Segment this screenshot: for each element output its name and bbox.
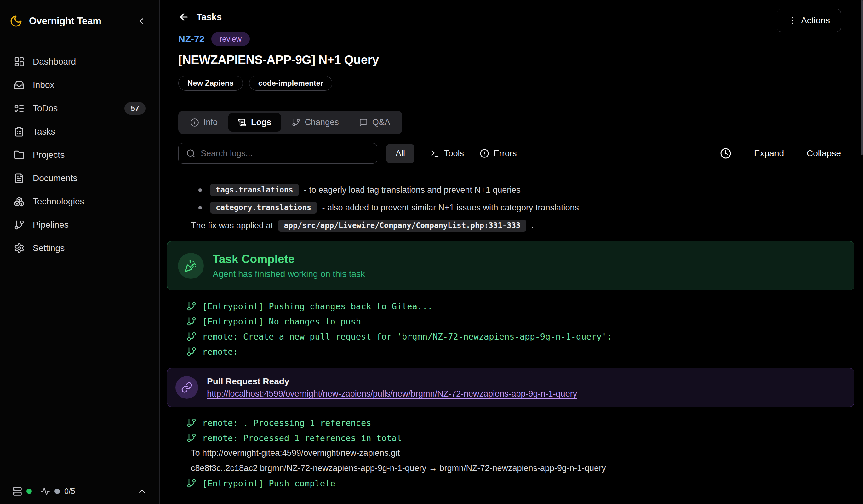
filter-errors-label: Errors bbox=[493, 149, 517, 159]
actions-button-label: Actions bbox=[801, 15, 830, 26]
sidebar-header: Overnight Team bbox=[0, 0, 159, 42]
git-branch-icon bbox=[186, 316, 197, 326]
clock-icon[interactable] bbox=[720, 148, 731, 159]
pr-url-link[interactable]: http://localhost:4599/overnight/new-zapi… bbox=[207, 389, 577, 399]
inline-code-filepath: app/src/app/Livewire/Company/CompanyList… bbox=[278, 219, 526, 231]
git-branch-icon bbox=[186, 346, 197, 356]
tag-new-zapiens: New Zapiens bbox=[178, 76, 243, 91]
tab-logs[interactable]: Logs bbox=[228, 113, 281, 132]
log-text: [Entrypoint] Pushing changes back to Git… bbox=[202, 301, 433, 311]
log-plain-line: To http://overnight-gitea:4599/overnight… bbox=[191, 445, 854, 461]
dashboard-icon bbox=[14, 56, 25, 67]
pull-request-banner: Pull Request Ready http://localhost:4599… bbox=[167, 368, 854, 407]
search-input[interactable] bbox=[201, 149, 370, 159]
tab-info[interactable]: Info bbox=[181, 113, 227, 132]
back-arrow-icon[interactable] bbox=[178, 11, 190, 23]
breadcrumb-tasks[interactable]: Tasks bbox=[197, 12, 222, 22]
topbar: Tasks Actions bbox=[160, 0, 863, 23]
tab-label: Logs bbox=[251, 117, 272, 127]
log-line: [Entrypoint] Pushing changes back to Git… bbox=[186, 299, 854, 314]
chevron-up-icon[interactable] bbox=[137, 487, 147, 496]
log-text: remote: . Processing 1 references bbox=[202, 418, 371, 428]
sidebar-item-todos[interactable]: ToDos 57 bbox=[6, 97, 154, 120]
sidebar-item-dashboard[interactable]: Dashboard bbox=[6, 50, 154, 73]
app-title: Overnight Team bbox=[29, 15, 101, 27]
fix-prefix: The fix was applied at bbox=[191, 221, 273, 230]
task-header: NZ-72 review [NEWZAPIENS-APP-9G] N+1 Que… bbox=[160, 23, 863, 91]
sidebar-item-label: Projects bbox=[33, 150, 65, 160]
task-complete-banner: Task Complete Agent has finished working… bbox=[167, 241, 854, 290]
tab-label: Changes bbox=[305, 117, 339, 127]
tab-qa[interactable]: Q&A bbox=[350, 113, 400, 132]
clipboard-icon bbox=[14, 126, 25, 137]
sidebar-item-inbox[interactable]: Inbox bbox=[6, 74, 154, 97]
pr-ready-title: Pull Request Ready bbox=[207, 376, 577, 387]
sidebar-nav: Dashboard Inbox ToDos 57 Tasks Projects … bbox=[0, 42, 159, 268]
tab-label: Info bbox=[203, 117, 218, 127]
scrollbar-thumb[interactable] bbox=[861, 0, 863, 155]
log-text: remote: bbox=[202, 347, 238, 356]
git-branch-icon bbox=[14, 219, 25, 230]
filter-tools[interactable]: Tools bbox=[430, 149, 464, 159]
git-branch-icon bbox=[186, 418, 197, 428]
tab-bar: Info Logs Changes Q&A bbox=[178, 111, 402, 134]
status-badge: review bbox=[211, 32, 249, 46]
todo-list-icon bbox=[14, 103, 25, 114]
log-bullet-item: category.translations - also added to pr… bbox=[198, 199, 854, 216]
sidebar: Overnight Team Dashboard Inbox ToDos 57 … bbox=[0, 0, 160, 504]
git-branch-icon bbox=[186, 331, 197, 341]
expand-button[interactable]: Expand bbox=[754, 148, 784, 159]
filter-errors[interactable]: Errors bbox=[480, 149, 517, 159]
sidebar-item-tasks[interactable]: Tasks bbox=[6, 120, 154, 143]
server-status-dot bbox=[26, 489, 32, 494]
inline-code: category.translations bbox=[210, 202, 317, 214]
log-line: remote: bbox=[186, 344, 854, 359]
sidebar-item-technologies[interactable]: Technologies bbox=[6, 190, 154, 213]
file-text-icon bbox=[14, 173, 25, 184]
bullet-text: - also added to prevent similar N+1 issu… bbox=[322, 203, 579, 213]
main-content: Tasks Actions NZ-72 review [NEWZAPIENS-A… bbox=[160, 0, 863, 504]
sidebar-collapse-icon[interactable] bbox=[137, 16, 146, 26]
alert-circle-icon bbox=[480, 149, 489, 158]
actions-button[interactable]: Actions bbox=[777, 9, 841, 32]
inline-code: tags.translations bbox=[210, 184, 299, 196]
bottom-divider bbox=[160, 499, 863, 499]
sidebar-status-bar: 0/5 bbox=[0, 478, 159, 504]
fix-suffix: . bbox=[531, 221, 534, 230]
sidebar-item-label: Documents bbox=[33, 173, 77, 183]
sidebar-item-documents[interactable]: Documents bbox=[6, 167, 154, 190]
git-log-group: [Entrypoint] Pushing changes back to Git… bbox=[167, 299, 854, 359]
scroll-text-icon bbox=[238, 118, 247, 127]
search-icon bbox=[186, 149, 196, 158]
tab-changes[interactable]: Changes bbox=[282, 113, 348, 132]
task-id-link[interactable]: NZ-72 bbox=[178, 34, 204, 45]
fix-location-line: The fix was applied at app/src/app/Livew… bbox=[191, 219, 854, 231]
task-complete-subtitle: Agent has finished working on this task bbox=[213, 269, 365, 279]
terminal-icon bbox=[430, 149, 440, 158]
server-icon bbox=[13, 487, 22, 496]
sidebar-item-label: Technologies bbox=[33, 197, 84, 207]
sidebar-item-projects[interactable]: Projects bbox=[6, 144, 154, 166]
git-branch-icon bbox=[292, 118, 300, 127]
log-line: [Entrypoint] Push complete bbox=[186, 476, 854, 491]
git-branch-icon bbox=[186, 301, 197, 311]
sidebar-item-label: ToDos bbox=[33, 103, 58, 113]
filter-all-chip[interactable]: All bbox=[386, 144, 414, 163]
log-bullet-item: tags.translations - to eagerly load tag … bbox=[198, 181, 854, 199]
sidebar-item-pipelines[interactable]: Pipelines bbox=[6, 214, 154, 236]
page-title: [NEWZAPIENS-APP-9G] N+1 Query bbox=[178, 53, 845, 67]
sidebar-item-settings[interactable]: Settings bbox=[6, 237, 154, 260]
sidebar-item-label: Pipelines bbox=[33, 220, 68, 230]
info-icon bbox=[190, 118, 199, 127]
collapse-button[interactable]: Collapse bbox=[806, 148, 841, 159]
task-complete-title: Task Complete bbox=[213, 253, 365, 266]
message-square-icon bbox=[359, 118, 368, 127]
log-text: remote: Processed 1 references in total bbox=[202, 433, 402, 443]
git-branch-icon bbox=[186, 478, 197, 488]
log-text: [Entrypoint] Push complete bbox=[202, 478, 335, 488]
tabs-row: Info Logs Changes Q&A bbox=[160, 102, 863, 134]
activity-icon bbox=[41, 487, 50, 496]
moon-logo-icon bbox=[10, 14, 23, 28]
filter-tools-label: Tools bbox=[444, 149, 464, 159]
log-line: remote: . Processing 1 references bbox=[186, 415, 854, 430]
